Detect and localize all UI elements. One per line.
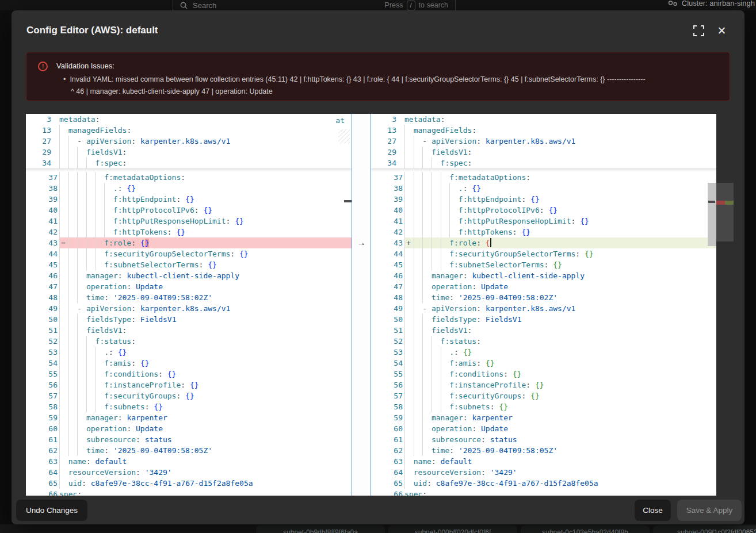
token: : (526, 381, 535, 389)
expand-icon[interactable] (693, 25, 704, 36)
validation-banner: ! Validation Issues: •Invalid YAML: miss… (26, 52, 730, 101)
indent-guide (414, 216, 423, 227)
vertical-scrollbar[interactable] (708, 183, 716, 246)
indent-guide (441, 237, 450, 248)
line-number: 63 (26, 456, 59, 467)
code-text: uid: c8afe97e-38cc-4f91-a767-d15f2a8fe05… (404, 478, 716, 489)
token: '2025-09-04T09:58:05Z' (459, 446, 558, 455)
code-line-53: 53.: {} (371, 347, 716, 358)
token: {} (190, 381, 199, 389)
modified-code-lines: 37f:metadataOptions:38.: {}39f:httpEndpo… (371, 172, 716, 496)
original-code-lines: 37f:metadataOptions:38.: {}39f:httpEndpo… (26, 172, 352, 496)
indent-guide (59, 172, 68, 183)
indent-guide (86, 336, 96, 347)
indent-guide (104, 216, 113, 227)
indent-guide (86, 390, 96, 401)
indent-guide (422, 147, 432, 158)
code-text: f:status: (59, 336, 352, 347)
modified-sticky-context: 3metadata:13managedFields:27- apiVersion… (371, 114, 716, 169)
indent-guide (77, 314, 86, 325)
indent-guide (422, 270, 432, 281)
code-text: f:metadataOptions: (59, 172, 352, 183)
token: fieldsV1 (432, 326, 468, 335)
code-text: uid: c8afe97e-38cc-4f91-a767-d15f2a8fe05… (59, 478, 352, 489)
code-line-38: 38.: {} (26, 183, 352, 194)
code-line-41: 41f:httpPutResponseHopLimit: {} (26, 216, 352, 227)
indent-guide (96, 205, 105, 216)
indent-guide (422, 379, 432, 390)
indent-guide (86, 347, 96, 358)
token: resourceVersion (414, 468, 481, 477)
line-number: 61 (26, 434, 59, 445)
token: { (486, 239, 490, 247)
line-number: 59 (371, 412, 404, 423)
line-number: 59 (26, 412, 59, 423)
token: : (449, 293, 459, 302)
token: : (181, 173, 185, 182)
token: fieldsV1 (432, 148, 468, 156)
indent-guide (59, 216, 68, 227)
code-line-42: 42f:httpTokens: {} (26, 227, 352, 237)
close-icon[interactable]: ✕ (716, 25, 727, 36)
code-line-55: 55f:conditions: {} (26, 369, 352, 379)
token: {} (208, 260, 217, 269)
token: : (468, 148, 472, 156)
token: operation (432, 282, 472, 291)
line-number: 34 (371, 158, 404, 168)
cluster-selector[interactable]: Cluster: anirban-singh (668, 0, 755, 7)
code-text: f:securityGroups: {} (59, 390, 352, 401)
token: : (167, 228, 177, 236)
token: Update (481, 424, 508, 433)
text-cursor (490, 238, 491, 247)
indent-guide (404, 314, 414, 325)
code-text: f:subnets: {} (404, 401, 716, 412)
code-text: time: '2025-09-04T09:58:05Z' (59, 445, 352, 456)
token: : (131, 137, 140, 145)
indent-guide (404, 456, 414, 467)
indent-guide (86, 379, 96, 390)
token: f:conditions (449, 370, 503, 378)
indent-guide (68, 336, 78, 347)
code-text: f:securityGroups: {} (404, 390, 716, 401)
indent-guide (414, 303, 423, 314)
diff-arrow-icon[interactable]: → (352, 237, 371, 248)
indent-guide (422, 292, 432, 303)
hint-press-text: Press (385, 1, 403, 9)
line-number: 38 (371, 183, 404, 194)
token: karpenter.k8s.aws/v1 (486, 137, 576, 145)
code-text: time: '2025-09-04T09:58:02Z' (59, 292, 352, 303)
save-apply-button[interactable]: Save & Apply (677, 500, 742, 521)
close-button[interactable]: Close (635, 500, 671, 521)
line-number: 3 (371, 114, 404, 125)
code-text: f:amis: {} (59, 358, 352, 369)
indent-guide (96, 183, 105, 194)
code-text: operation: Update (404, 281, 716, 292)
overview-slider[interactable] (716, 183, 734, 241)
diff-editor-modified[interactable]: 37f:metadataOptions:38.: {}39f:httpEndpo… (371, 114, 716, 496)
line-number: 64 (26, 467, 59, 478)
indent-guide (77, 401, 86, 412)
line-number: 27 (26, 136, 59, 147)
diff-editor-original[interactable]: 37f:metadataOptions:38.: {}39f:httpEndpo… (26, 114, 352, 496)
code-text: f:securityGroupSelectorTerms: {} (59, 248, 352, 259)
overview-ruler[interactable] (716, 114, 734, 496)
code-text: f:httpEndpoint: {} (404, 194, 716, 205)
indent-guide (414, 205, 423, 216)
diff-marker: + (406, 237, 411, 248)
code-line-51: 51fieldsV1: (26, 325, 352, 336)
code-line-61: 61subresource: status (371, 434, 716, 445)
undo-changes-button[interactable]: Undo Changes (16, 500, 87, 521)
code-line-38: 38.: {} (371, 183, 716, 194)
indent-guide (59, 314, 68, 325)
token: {} (499, 402, 508, 411)
token: : (118, 271, 127, 280)
indent-guide (441, 172, 450, 183)
token: {} (513, 370, 522, 378)
indent-guide (68, 401, 78, 412)
hint-suffix-text: to search (419, 1, 448, 9)
indent-guide (414, 183, 423, 194)
token: : (127, 282, 136, 291)
indent-guide (77, 158, 86, 168)
indent-guide (441, 227, 450, 237)
indent-guide (404, 183, 414, 194)
